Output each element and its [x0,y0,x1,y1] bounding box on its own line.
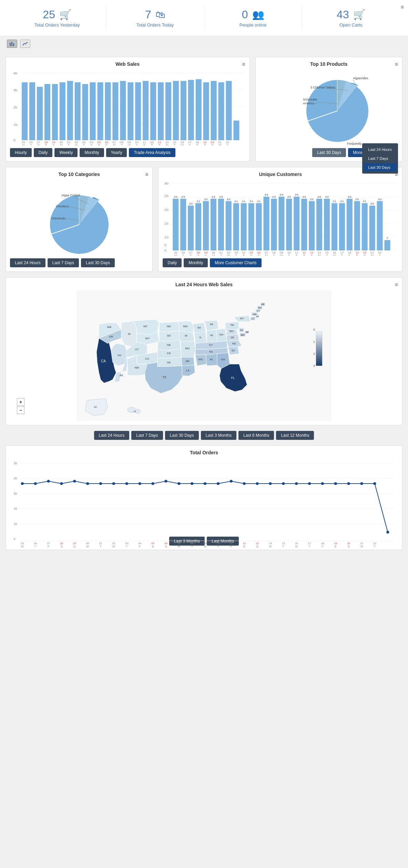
svg-text:F: F [243,254,245,256]
btn-cat-last-24h[interactable]: Last 24 Hours [10,258,45,267]
btn-map-24h[interactable]: Last 24 Hours [94,431,130,440]
svg-rect-22 [90,82,96,140]
btn-hourly[interactable]: Hourly [10,148,32,157]
svg-text:DE: DE [245,331,249,333]
web-sales-menu-icon[interactable]: ≡ [242,61,245,68]
svg-text:21: 21 [360,542,364,545]
svg-text:30: 30 [13,462,17,465]
svg-text:M: M [212,254,215,256]
svg-text:30: 30 [164,182,169,185]
btn-cust-monthly[interactable]: Monthly [184,258,208,267]
total-orders-menu-icon[interactable]: ≡ [401,4,404,10]
svg-text:S: S [335,545,337,548]
btn-cat-last-30d[interactable]: Last 30 Days [81,258,115,267]
svg-text:08: 08 [191,542,194,545]
btn-last-30-days-2[interactable]: Last 30 Days [364,163,397,172]
svg-text:20: 20 [164,208,169,211]
svg-text:Schroeder: Schroeder [303,98,317,101]
svg-text:21: 21 [197,200,201,203]
open-carts-number: 43 [337,8,349,21]
top-categories-menu-icon[interactable]: ≡ [145,172,148,178]
line-chart-toggle[interactable] [20,40,30,48]
svg-rect-162 [271,199,277,250]
svg-text:W: W [174,254,177,256]
btn-trade-area[interactable]: Trade Area Analysis [129,148,175,157]
svg-text:T: T [217,545,219,548]
open-carts-label: Open Carts [339,22,362,28]
svg-text:22: 22 [355,198,359,201]
btn-yearly[interactable]: Yearly [106,148,127,157]
top-categories-panel: Top 10 Categories ≡ Algae Control Shocke… [6,167,153,272]
top-products-menu-icon[interactable]: ≡ [395,61,398,68]
svg-text:0: 0 [164,249,167,252]
btn-last-7-days[interactable]: Last 7 Days [364,154,397,163]
btn-monthly[interactable]: Monthly [80,148,104,157]
svg-text:MN: MN [183,325,188,328]
svg-text:23: 23 [272,195,276,198]
svg-text:26: 26 [34,542,37,545]
btn-cat-last-7d[interactable]: Last 7 Days [48,258,79,267]
cart-icon-1: 🛒 [59,9,71,20]
svg-text:23: 23 [318,195,322,198]
btn-map-7d[interactable]: Last 7 Days [131,431,163,440]
svg-text:10: 10 [216,542,220,545]
svg-text:M: M [113,144,115,145]
map-zoom-in[interactable]: + [17,398,24,406]
btn-weekly[interactable]: Weekly [54,148,78,157]
svg-rect-31 [158,82,164,140]
svg-text:T: T [235,254,237,256]
svg-text:W: W [280,254,283,256]
btn-map-3m[interactable]: Last 3 Months [201,431,236,440]
svg-text:22: 22 [373,542,377,545]
btn-daily[interactable]: Daily [34,148,53,157]
svg-rect-27 [127,82,133,140]
map-zoom-out[interactable]: − [17,406,24,414]
people-online-label: People online [239,22,267,28]
svg-rect-40 [226,81,232,140]
svg-text:15: 15 [282,542,285,545]
map-menu-icon[interactable]: ≡ [395,282,398,288]
svg-text:F: F [322,545,323,548]
btn-last-24-hours[interactable]: Last 24 Hours [364,145,397,154]
svg-rect-13 [22,82,28,140]
svg-rect-192 [385,240,390,250]
btn-cust-daily[interactable]: Daily [163,258,182,267]
svg-text:NJ: NJ [240,329,243,331]
chart-row-1: Web Sales ≡ 4k 3k 2k 1k 0 [6,57,402,162]
svg-text:S: S [256,545,258,548]
svg-point-356 [373,482,376,485]
svg-rect-148 [218,199,224,250]
svg-point-346 [243,482,246,485]
btn-last-30-days[interactable]: Last 30 Days [312,148,346,157]
svg-text:06: 06 [164,542,168,545]
svg-text:28: 28 [60,542,63,545]
btn-map-30d[interactable]: Last 30 Days [165,431,199,440]
orders-yesterday-label: Total Orders Yesterday [34,22,80,28]
svg-text:F: F [139,545,141,548]
svg-text:15: 15 [13,507,17,510]
svg-text:T: T [288,254,290,256]
total-orders-title: Total Orders [10,450,398,455]
btn-map-6m[interactable]: Last 6 Months [238,431,274,440]
svg-text:S: S [45,144,48,145]
svg-text:F: F [38,144,40,145]
bar-chart-toggle[interactable] [7,40,17,48]
svg-rect-170 [302,199,307,250]
svg-text:23: 23 [182,195,185,198]
svg-rect-36 [196,79,202,140]
btn-map-12m[interactable]: Last 12 Months [276,431,314,440]
svg-text:WA: WA [107,326,112,329]
us-map-svg: CA OR WA ID NV MT WY [10,290,398,421]
svg-text:S: S [243,545,245,548]
svg-rect-138 [181,199,186,250]
svg-text:W: W [333,254,336,256]
svg-text:03: 03 [125,542,129,545]
svg-text:22: 22 [310,198,314,201]
svg-text:T: T [182,254,184,256]
svg-text:S: S [364,254,366,256]
svg-text:23: 23 [174,195,178,198]
btn-more-customer[interactable]: More Customer Charts [210,258,261,267]
svg-text:23: 23 [212,195,216,198]
svg-text:W: W [227,254,231,256]
svg-text:20: 20 [13,492,17,495]
